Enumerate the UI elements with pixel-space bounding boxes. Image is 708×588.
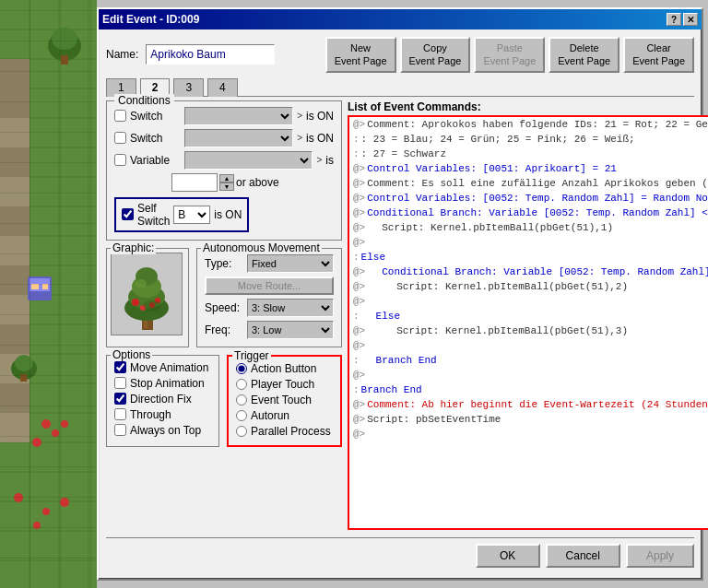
event-command-line[interactable]: :: 27 = Schwarz	[351, 148, 708, 163]
condition-switch2-checkbox[interactable]	[114, 132, 126, 144]
event-command-line[interactable]: @>Script: pbSetEventTime	[351, 414, 708, 429]
svg-rect-32	[0, 324, 30, 354]
self-switch-label: SelfSwitch	[137, 202, 170, 228]
event-command-line[interactable]: @>Conditional Branch: Variable [0052: Te…	[351, 266, 708, 281]
event-command-line[interactable]: @>Comment: Ab hier beginnt die Event-War…	[351, 399, 708, 414]
movement-freq-label: Freq:	[205, 323, 243, 336]
condition-variable-select[interactable]	[184, 151, 313, 170]
movement-speed-select[interactable]: 3: Slow 1: x8 Slow 2: x4 Slow 4: Fast 5:…	[247, 299, 334, 317]
condition-row-1: Switch > is ON	[114, 107, 334, 125]
spinner-up-button[interactable]: ▲	[219, 174, 234, 182]
svg-rect-23	[0, 59, 30, 88]
copy-event-page-button[interactable]: CopyEvent Page	[400, 37, 471, 73]
parallel-process-radio[interactable]	[236, 426, 247, 437]
autorun-radio[interactable]	[236, 410, 247, 421]
event-command-line[interactable]: :: 23 = Blau; 24 = Grün; 25 = Pink; 26 =…	[351, 134, 708, 148]
svg-rect-28	[0, 206, 30, 236]
event-command-line[interactable]: @>	[351, 237, 708, 252]
event-command-line[interactable]: : Else	[351, 311, 708, 325]
event-commands-list[interactable]: @>Comment: Aprokokos haben folgende IDs:…	[348, 115, 708, 530]
clear-event-page-button[interactable]: ClearEvent Page	[623, 37, 694, 73]
direction-fix-checkbox[interactable]	[114, 393, 126, 405]
tab-3[interactable]: 3	[173, 78, 204, 97]
svg-point-37	[52, 28, 77, 50]
svg-rect-0	[0, 0, 97, 588]
trigger-player-touch-row: Player Touch	[236, 378, 333, 391]
condition-variable-checkbox[interactable]	[114, 154, 126, 166]
title-bar-buttons: ? ✕	[667, 13, 698, 26]
cancel-button[interactable]: Cancel	[546, 544, 620, 568]
svg-rect-29	[0, 236, 30, 265]
options-label: Options	[111, 348, 152, 361]
condition-switch2-select[interactable]	[184, 129, 293, 147]
svg-rect-51	[30, 278, 50, 291]
svg-point-40	[15, 355, 33, 371]
svg-rect-31	[0, 295, 30, 324]
self-switch-container: SelfSwitch B A C D is ON	[114, 197, 249, 232]
delete-event-page-button[interactable]: DeleteEvent Page	[549, 37, 620, 73]
movement-type-row: Type: Fixed Random Approach Custom	[205, 254, 334, 273]
autorun-label: Autorun	[251, 409, 289, 422]
condition-switch1-checkbox[interactable]	[114, 110, 126, 122]
help-button[interactable]: ?	[667, 13, 681, 26]
event-command-line[interactable]: : Branch End	[351, 384, 708, 399]
event-command-line[interactable]: @>Comment: Aprokokos haben folgende IDs:…	[351, 119, 708, 134]
svg-point-49	[33, 522, 41, 529]
movement-type-select[interactable]: Fixed Random Approach Custom	[247, 254, 334, 273]
move-route-button[interactable]: Move Route...	[205, 276, 334, 295]
event-command-line[interactable]: : Else	[351, 252, 708, 266]
movement-speed-label: Speed:	[205, 301, 243, 314]
svg-rect-53	[42, 284, 48, 289]
game-background	[0, 0, 97, 588]
event-command-line[interactable]: @>Control Variables: [0051: Aprikoart] =…	[351, 163, 708, 178]
trigger-autorun-row: Autorun	[236, 409, 333, 422]
self-switch-select[interactable]: B A C D	[173, 206, 210, 224]
event-touch-radio[interactable]	[236, 394, 247, 406]
condition-row-2: Switch > is ON	[114, 129, 334, 147]
name-input[interactable]	[146, 44, 275, 65]
svg-point-36	[48, 31, 81, 61]
event-command-line[interactable]: @>Comment: Es soll eine zufällige Anzahl…	[351, 178, 708, 193]
spinner-down-button[interactable]: ▼	[219, 182, 234, 191]
action-button-radio[interactable]	[236, 363, 247, 374]
movement-freq-select[interactable]: 3: Low 1: Lowest 2: Lower 4: High 5: Hig…	[247, 321, 334, 339]
event-command-line[interactable]: @>Conditional Branch: Variable [0052: Te…	[351, 207, 708, 222]
move-animation-checkbox[interactable]	[114, 361, 126, 373]
always-on-top-checkbox[interactable]	[114, 424, 126, 436]
tab-4[interactable]: 4	[207, 78, 238, 97]
through-checkbox[interactable]	[114, 408, 126, 420]
ok-button[interactable]: OK	[476, 544, 540, 568]
svg-point-39	[11, 358, 37, 380]
trigger-label: Trigger	[232, 349, 271, 362]
graphic-preview[interactable]	[111, 253, 183, 335]
condition-switch2-label: Switch	[130, 132, 181, 145]
movement-speed-row: Speed: 3: Slow 1: x8 Slow 2: x4 Slow 4: …	[205, 299, 334, 317]
condition-switch1-suffix: is ON	[306, 110, 334, 123]
event-command-line[interactable]: @>Script: Kernel.pbItemBall(pbGet(51),2)	[351, 281, 708, 296]
new-event-page-button[interactable]: NewEvent Page	[325, 37, 396, 73]
options-trigger-row: Options Move Animation Stop Animation Di…	[106, 355, 342, 447]
stop-animation-checkbox[interactable]	[114, 377, 126, 389]
event-command-line[interactable]: @>Script: Kernel.pbItemBall(pbGet(51),1)	[351, 222, 708, 237]
condition-switch1-select[interactable]	[184, 107, 293, 125]
event-command-line[interactable]: @>	[351, 429, 708, 443]
option-direction-fix: Direction Fix	[114, 393, 211, 406]
svg-point-45	[61, 420, 68, 428]
event-command-line[interactable]: @>Script: Kernel.pbItemBall(pbGet(51),3)	[351, 325, 708, 340]
event-command-line[interactable]: @>	[351, 370, 708, 384]
player-touch-radio[interactable]	[236, 379, 247, 390]
svg-point-60	[136, 279, 147, 288]
paste-event-page-button[interactable]: PasteEvent Page	[474, 37, 545, 73]
variable-value-input[interactable]	[171, 173, 218, 192]
event-command-line[interactable]: @>Control Variables: [0052: Temp. Random…	[351, 193, 708, 207]
svg-rect-35	[0, 413, 30, 442]
event-command-line[interactable]: @>	[351, 340, 708, 355]
spinner-group: ▲ ▼	[219, 174, 234, 191]
event-command-line[interactable]: @>	[351, 296, 708, 311]
close-button[interactable]: ✕	[683, 13, 698, 26]
trigger-action-button-row: Action Button	[236, 362, 333, 375]
self-switch-checkbox[interactable]	[122, 208, 134, 220]
apply-button[interactable]: Apply	[626, 544, 694, 568]
event-command-line[interactable]: : Branch End	[351, 355, 708, 370]
graphic-label: Graphic:	[111, 241, 156, 254]
